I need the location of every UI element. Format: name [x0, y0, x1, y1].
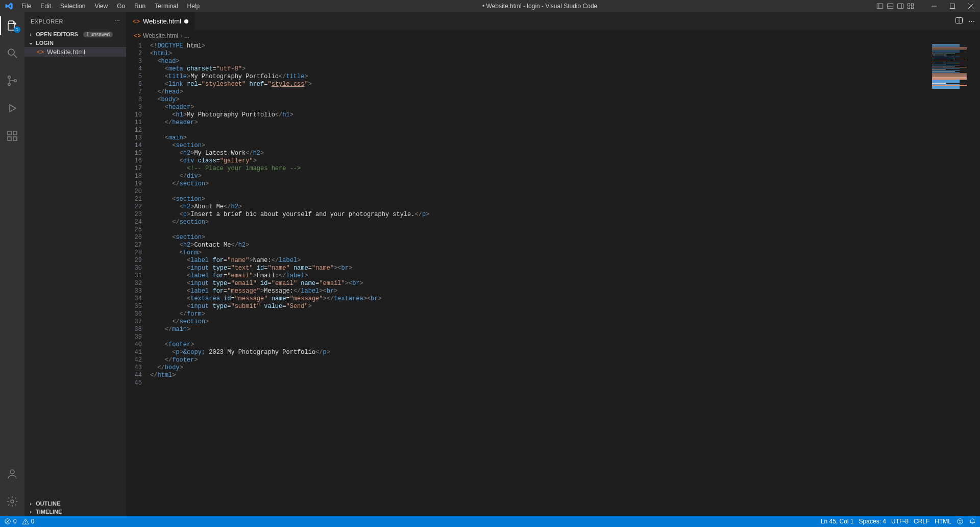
menu-run[interactable]: Run	[130, 1, 150, 11]
activity-accounts[interactable]	[0, 465, 24, 483]
file-label: Website.html	[47, 48, 85, 56]
svg-point-15	[8, 49, 14, 55]
breadcrumb-file: Website.html	[143, 32, 178, 39]
activity-extensions[interactable]	[0, 127, 24, 145]
open-editors-label: OPEN EDITORS	[36, 31, 78, 37]
explorer-more-icon[interactable]: ⋯	[114, 18, 120, 25]
activity-bar: 1	[0, 12, 24, 516]
activity-run-debug[interactable]	[0, 99, 24, 117]
svg-point-25	[10, 470, 14, 474]
menu-terminal[interactable]: Terminal	[151, 1, 182, 11]
svg-marker-20	[10, 105, 16, 112]
breadcrumb-rest: ...	[184, 32, 189, 39]
svg-line-16	[14, 55, 17, 58]
svg-point-26	[11, 500, 14, 503]
layout-toggle-panel-icon[interactable]	[886, 2, 894, 10]
menu-view[interactable]: View	[90, 1, 112, 11]
svg-rect-7	[911, 4, 913, 6]
svg-point-18	[8, 83, 10, 85]
menu-file[interactable]: File	[17, 1, 35, 11]
tab-more-icon[interactable]: ⋯	[968, 17, 975, 25]
minimap[interactable]	[929, 41, 980, 516]
timeline-label: TIMELINE	[36, 509, 62, 515]
folder-section[interactable]: ⌄ LOGIN	[24, 38, 126, 47]
timeline-section[interactable]: › TIMELINE	[24, 508, 126, 516]
status-ln-col[interactable]: Ln 45, Col 1	[821, 518, 854, 525]
svg-rect-8	[908, 7, 910, 9]
status-bar: 0 0 Ln 45, Col 1 Spaces: 4 UTF-8 CRLF HT…	[0, 516, 980, 527]
status-notifications-icon[interactable]	[969, 518, 976, 525]
split-editor-icon[interactable]	[955, 16, 963, 26]
menu-selection[interactable]: Selection	[56, 1, 89, 11]
svg-rect-11	[950, 4, 955, 9]
status-eol[interactable]: CRLF	[914, 518, 929, 525]
status-language[interactable]: HTML	[935, 518, 951, 525]
chevron-right-icon: ›	[28, 500, 34, 507]
chevron-right-icon: ›	[180, 32, 182, 39]
vscode-icon	[5, 2, 13, 10]
activity-source-control[interactable]	[0, 71, 24, 90]
editor-area: <> Website.html ⋯ <> Website.html › ... …	[127, 12, 980, 516]
line-number-gutter: 1234567891011121314151617181920212223242…	[127, 41, 150, 516]
tab-label: Website.html	[143, 17, 181, 25]
breadcrumb[interactable]: <> Website.html › ...	[127, 30, 980, 41]
svg-point-33	[25, 523, 26, 523]
warnings-count: 0	[31, 518, 35, 525]
errors-count: 0	[13, 518, 17, 525]
html-file-icon: <>	[37, 49, 44, 56]
status-errors[interactable]: 0	[4, 518, 17, 525]
svg-rect-24	[13, 137, 17, 140]
status-spaces[interactable]: Spaces: 4	[859, 518, 886, 525]
activity-explorer[interactable]: 1	[0, 16, 24, 35]
folder-label: LOGIN	[36, 40, 54, 46]
menu-help[interactable]: Help	[183, 1, 204, 11]
explorer-sidebar: EXPLORER ⋯ › OPEN EDITORS 1 unsaved ⌄ LO…	[24, 12, 127, 516]
svg-rect-2	[887, 4, 893, 9]
outline-section[interactable]: › OUTLINE	[24, 499, 126, 508]
chevron-right-icon: ›	[28, 509, 34, 515]
html-file-icon: <>	[133, 18, 140, 25]
svg-point-35	[961, 520, 961, 521]
unsaved-badge: 1 unsaved	[83, 32, 113, 37]
tabs-row: <> Website.html ⋯	[127, 12, 980, 30]
menu-edit[interactable]: Edit	[36, 1, 55, 11]
modified-dot-icon	[184, 19, 188, 23]
explorer-badge: 1	[14, 27, 20, 33]
status-encoding[interactable]: UTF-8	[891, 518, 909, 525]
menu-go[interactable]: Go	[113, 1, 129, 11]
svg-rect-21	[8, 131, 11, 135]
code-editor[interactable]: <!DOCTYPE html><html> <head> <meta chars…	[150, 41, 929, 516]
open-editors-section[interactable]: › OPEN EDITORS 1 unsaved	[24, 30, 126, 38]
svg-point-19	[14, 80, 16, 82]
svg-point-17	[8, 76, 10, 78]
explorer-title: EXPLORER	[31, 18, 63, 25]
svg-rect-4	[897, 4, 903, 9]
status-warnings[interactable]: 0	[22, 518, 35, 525]
outline-label: OUTLINE	[36, 500, 60, 507]
file-tree-item[interactable]: <> Website.html	[24, 47, 126, 57]
window-close-button[interactable]	[964, 1, 978, 12]
svg-point-34	[959, 520, 960, 521]
html-file-icon: <>	[134, 32, 141, 39]
svg-rect-22	[13, 131, 17, 135]
chevron-=icon: ›	[28, 31, 34, 37]
layout-customize-icon[interactable]	[906, 2, 915, 10]
status-feedback-icon[interactable]	[957, 518, 964, 525]
window-minimize-button[interactable]	[927, 1, 941, 12]
title-bar: File Edit Selection View Go Run Terminal…	[0, 0, 980, 12]
window-title: • Website.html - login - Visual Studio C…	[204, 3, 876, 10]
layout-toggle-primary-icon[interactable]	[876, 2, 884, 10]
window-maximize-button[interactable]	[945, 1, 960, 12]
layout-toggle-secondary-icon[interactable]	[896, 2, 904, 10]
editor-tab[interactable]: <> Website.html	[127, 12, 195, 30]
svg-rect-0	[877, 4, 883, 9]
activity-settings[interactable]	[0, 492, 24, 511]
activity-search[interactable]	[0, 44, 24, 62]
svg-rect-23	[8, 137, 11, 140]
svg-rect-6	[908, 4, 910, 6]
chevron-down-icon: ⌄	[28, 39, 34, 46]
svg-rect-9	[911, 7, 913, 9]
